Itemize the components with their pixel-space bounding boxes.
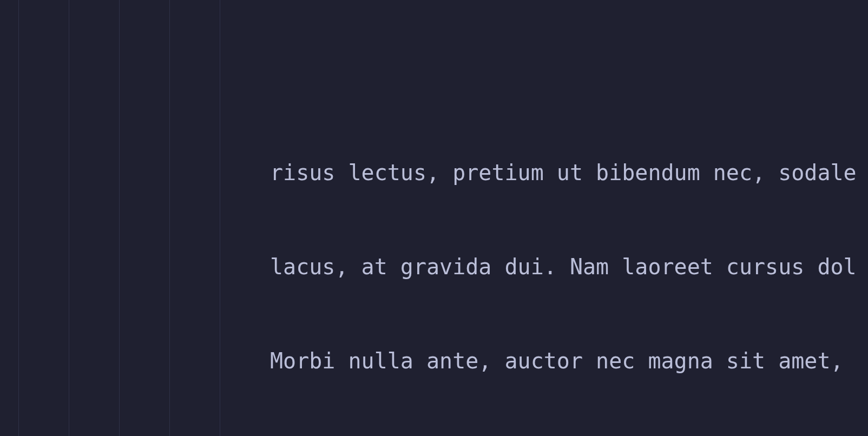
code-line: risus lectus, pretium ut bibendum nec, s…	[0, 157, 868, 188]
code-editor[interactable]: risus lectus, pretium ut bibendum nec, s…	[0, 0, 868, 436]
code-text: Morbi nulla ante, auctor nec magna sit a…	[270, 345, 857, 376]
code-text: risus lectus, pretium ut bibendum nec, s…	[270, 157, 857, 188]
code-text: lacus, at gravida dui. Nam laoreet cursu…	[270, 251, 857, 282]
code-line: Morbi nulla ante, auctor nec magna sit a…	[0, 345, 868, 376]
code-line: lacus, at gravida dui. Nam laoreet cursu…	[0, 251, 868, 282]
